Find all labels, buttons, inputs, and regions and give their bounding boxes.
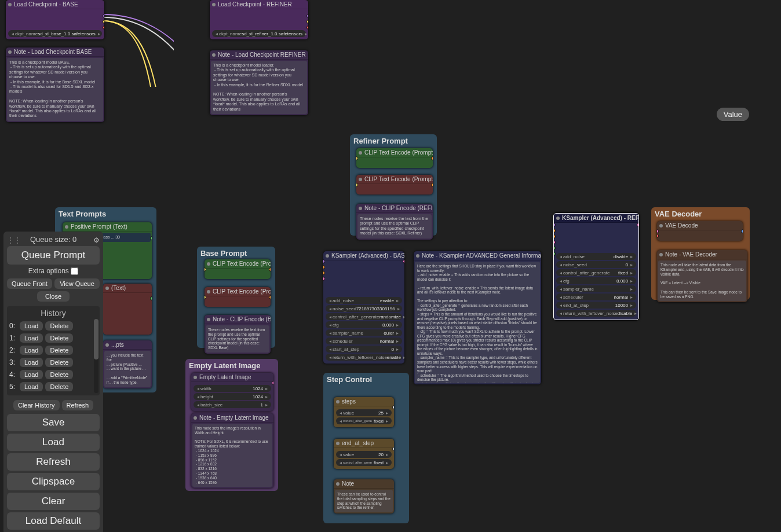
queue-prompt-button[interactable]: Queue Prompt <box>7 246 100 265</box>
widget-noise_seed[interactable]: ◂noise_seed0▸ <box>556 261 636 268</box>
port-vae-in[interactable] <box>657 234 659 238</box>
refresh-button[interactable]: Refresh <box>7 453 100 471</box>
widget-end-ctl[interactable]: ◂control_after_genefixed▸ <box>336 459 392 466</box>
clipspace-button[interactable]: Clipspace <box>7 473 100 490</box>
widget-control_after_generate[interactable]: ◂control_after_generaterandomize▸ <box>326 313 402 320</box>
port-vae-out[interactable] <box>306 25 308 30</box>
history-scrollbar[interactable] <box>94 319 98 393</box>
queue-front-button[interactable]: Queue Front <box>7 278 52 289</box>
widget-cfg[interactable]: ◂cfg8.000▸ <box>556 277 636 284</box>
port-cond-out[interactable] <box>431 156 433 160</box>
widget-ckpt-name-base[interactable]: ◂ckpt_name sd_xl_base_1.0.safetensors▸ <box>8 30 102 37</box>
history-load-button[interactable]: Load <box>20 346 43 355</box>
clear-button[interactable]: Clear <box>7 493 100 510</box>
history-delete-button[interactable]: Delete <box>45 358 73 367</box>
port-clip-in[interactable] <box>356 183 358 187</box>
widget-noise_seed[interactable]: ◂noise_seed721897303308196▸ <box>326 305 402 312</box>
node-note-text-prompts[interactable]: ...pts ... you include the text for: ...… <box>103 340 152 388</box>
node-note-load-refiner[interactable]: Note - Load Checkpoint REFINER This is a… <box>210 50 308 115</box>
node-negative-prompt[interactable]: (Text) <box>103 284 152 335</box>
port-cond-out[interactable] <box>269 267 271 271</box>
port-int-out[interactable] <box>392 447 394 451</box>
port-clip-out[interactable] <box>306 20 308 24</box>
widget-return_with_leftover_noise[interactable]: ◂return_with_leftover_noiseenable▸ <box>326 354 402 361</box>
widget-end-value[interactable]: ◂value20▸ <box>336 451 392 458</box>
widget-batch[interactable]: ◂batch_size1▸ <box>194 401 271 408</box>
widget-cfg[interactable]: ◂cfg8.000▸ <box>326 321 402 328</box>
history-delete-button[interactable]: Delete <box>45 333 73 343</box>
node-load-checkpoint-base[interactable]: Load Checkpoint - BASE ◂ckpt_name sd_xl_… <box>6 0 104 39</box>
node-note-clip-base[interactable]: Note - CLIP Encode (BASE) These nodes re… <box>205 315 271 354</box>
node-load-checkpoint-refiner[interactable]: Load Checkpoint - REFINER ◂ckpt_name sd_… <box>210 0 308 39</box>
widget-ckpt-name-refiner[interactable]: ◂ckpt_name sd_xl_refiner_1.0.safetensors… <box>212 30 306 37</box>
port-clip-in[interactable] <box>205 295 206 299</box>
port-vae-out[interactable] <box>103 25 104 30</box>
widget-sampler_name[interactable]: ◂sampler_nameeuler▸ <box>326 329 402 336</box>
node-ksampler-base[interactable]: KSampler (Advanced) - BASE ◂add_noiseena… <box>323 251 404 364</box>
node-clip-pos-base[interactable]: CLIP Text Encode (Prompt) <box>205 259 271 279</box>
node-end-at-step[interactable]: end_at_step ◂value20▸ ◂control_after_gen… <box>334 439 394 469</box>
widget-add_noise[interactable]: ◂add_noiseenable▸ <box>326 297 402 304</box>
widget-steps-ctl[interactable]: ◂control_after_genefixed▸ <box>336 417 392 424</box>
node-note-ksampler[interactable]: Note - KSampler ADVANCED General Informa… <box>414 251 541 384</box>
port-latent-out[interactable] <box>403 259 404 263</box>
port-samples-in[interactable] <box>657 229 659 233</box>
port-cond-out[interactable] <box>269 295 271 299</box>
node-note-step[interactable]: Note These can be used to control the to… <box>334 479 394 513</box>
refresh-history-button[interactable]: Refresh <box>62 400 94 410</box>
history-load-button[interactable]: Load <box>20 333 43 343</box>
save-button[interactable]: Save <box>7 414 100 431</box>
widget-scheduler[interactable]: ◂schedulernormal▸ <box>556 293 636 300</box>
port-text-out[interactable] <box>150 236 152 240</box>
port-model-out[interactable] <box>103 14 104 18</box>
history-load-button[interactable]: Load <box>20 382 43 391</box>
widget-steps-value[interactable]: ◂value25▸ <box>336 409 392 416</box>
control-panel[interactable]: ⋮⋮ Queue size: 0 ⚙ Queue Prompt Extra op… <box>3 232 103 532</box>
close-button[interactable]: Close <box>37 291 70 302</box>
node-ksampler-refiner[interactable]: KSampler (Advanced) - REFINER ◂add_noise… <box>553 213 639 320</box>
history-load-button[interactable]: Load <box>20 321 43 331</box>
node-note-clip-refiner[interactable]: Note - CLIP Encode (REFINER) These nodes… <box>356 204 433 240</box>
port-clip-out[interactable] <box>103 20 104 24</box>
widget-width[interactable]: ◂width1024▸ <box>194 385 271 392</box>
port-image-out[interactable] <box>741 229 743 233</box>
widget-end_at_step[interactable]: ◂end_at_step10000▸ <box>556 302 636 309</box>
history-delete-button[interactable]: Delete <box>45 382 73 391</box>
node-clip-neg-refiner[interactable]: CLIP Text Encode (Prompt) <box>356 175 433 195</box>
widget-add_noise[interactable]: ◂add_noisedisable▸ <box>556 253 636 260</box>
widget-scheduler[interactable]: ◂schedulernormal▸ <box>326 337 402 344</box>
port-cond-out[interactable] <box>431 183 433 187</box>
load-default-button[interactable]: Load Default <box>7 512 100 530</box>
widget-sampler_name[interactable]: ◂sampler_name▸ <box>556 285 636 292</box>
drag-handle-icon[interactable]: ⋮⋮ <box>7 236 21 244</box>
extra-options-checkbox[interactable] <box>71 267 78 275</box>
view-queue-button[interactable]: View Queue <box>54 278 100 289</box>
node-clip-neg-base[interactable]: CLIP Text Encode (Prompt) <box>205 287 271 307</box>
history-delete-button[interactable]: Delete <box>45 321 73 331</box>
gear-icon[interactable]: ⚙ <box>93 236 100 244</box>
node-note-empty-latent[interactable]: Note - Empty Latent Image This node sets… <box>191 413 273 488</box>
widget-control_after_generate[interactable]: ◂control_after_generatefixed▸ <box>556 269 636 276</box>
port-clip-in[interactable] <box>356 156 358 160</box>
node-note-vae[interactable]: Note - VAE Decoder This node will take t… <box>657 250 747 302</box>
port-latent-out[interactable] <box>272 381 273 385</box>
widget-height[interactable]: ◂height1024▸ <box>194 393 271 400</box>
port-clip-in[interactable] <box>205 267 206 271</box>
port-latent-out[interactable] <box>637 223 639 227</box>
widget-return_with_leftover_noise[interactable]: ◂return_with_leftover_noisedisable▸ <box>556 310 636 317</box>
widget-start_at_step[interactable]: ◂start_at_step0▸ <box>326 346 402 353</box>
history-delete-button[interactable]: Delete <box>45 370 73 379</box>
history-load-button[interactable]: Load <box>20 358 43 367</box>
node-clip-pos-refiner[interactable]: CLIP Text Encode (Prompt) <box>356 148 433 168</box>
node-vae-decode[interactable]: VAE Decode <box>657 221 743 241</box>
port-text-out[interactable] <box>150 296 152 300</box>
port-model-out[interactable] <box>306 14 308 18</box>
history-delete-button[interactable]: Delete <box>45 346 73 355</box>
port-int-out[interactable] <box>392 405 394 409</box>
node-steps[interactable]: steps ◂value25▸ ◂control_after_genefixed… <box>334 397 394 427</box>
history-load-button[interactable]: Load <box>20 370 43 379</box>
load-button[interactable]: Load <box>7 434 100 451</box>
node-empty-latent[interactable]: Empty Latent Image ◂width1024▸ ◂height10… <box>191 373 273 411</box>
clear-history-button[interactable]: Clear History <box>13 400 60 410</box>
node-note-load-base[interactable]: Note - Load Checkpoint BASE This is a ch… <box>6 47 104 122</box>
